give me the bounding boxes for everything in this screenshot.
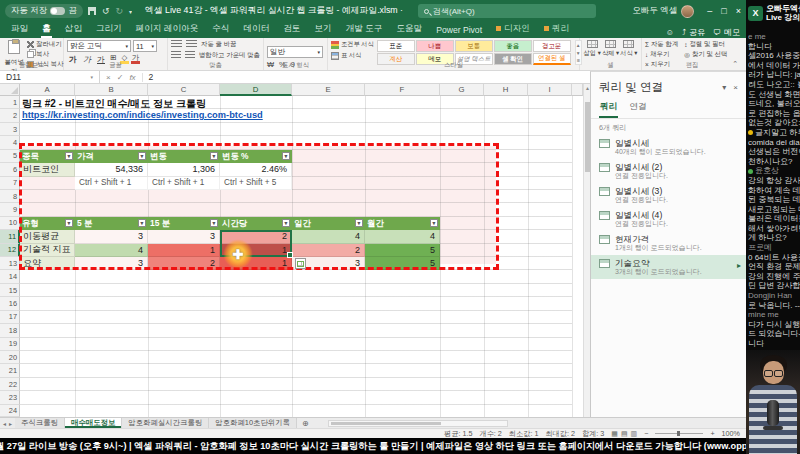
number-format-select[interactable]: 일반▾ xyxy=(267,46,323,58)
table1-header-3[interactable]: 변동 %▾ xyxy=(220,150,292,163)
sheet-tab-1[interactable]: 매수매도정보 xyxy=(65,418,122,428)
autosave-toggle[interactable]: 자동 저장 끔 xyxy=(5,4,83,18)
ribbon-tab-10[interactable]: 도움말 xyxy=(389,21,429,38)
query-item-5[interactable]: 기술요약3개의 행이 로드되었습니다.▸ xyxy=(591,255,746,279)
format-as-table-button[interactable]: 표 서식 xyxy=(331,51,374,60)
table2-header-0[interactable]: 유형▾ xyxy=(20,217,75,230)
row-header-10[interactable]: 10 xyxy=(0,217,20,230)
zoom-out-icon[interactable]: − xyxy=(644,429,648,438)
save-icon[interactable] xyxy=(88,7,96,15)
row-header-15[interactable]: 15 xyxy=(0,284,20,297)
horizontal-scroll-thumb[interactable] xyxy=(331,422,441,425)
row-header-1[interactable]: 1 xyxy=(0,96,20,109)
column-header-D[interactable]: D xyxy=(220,84,292,96)
editing-item-4[interactable]: ◎찾기 및 선택 xyxy=(684,50,727,59)
sheet-tab-2[interactable]: 암호화폐실시간크롤링 xyxy=(122,418,209,428)
column-header-C[interactable]: C xyxy=(148,84,220,96)
filter-icon[interactable]: ▾ xyxy=(65,219,73,227)
chat-feed[interactable]: e me합니다셀2016 사용중인데에서 데이터 가져오는데러가 납니다: ja… xyxy=(746,32,800,350)
filter-icon[interactable]: ▾ xyxy=(282,152,290,160)
table2-header-5[interactable]: 월간▾ xyxy=(365,217,440,230)
zoom-in-icon[interactable]: + xyxy=(710,429,714,438)
zoom-level[interactable]: 100% xyxy=(722,429,740,438)
table2-cell-2-1[interactable]: 2 xyxy=(148,257,220,270)
font-name-select[interactable]: 맑은 고딕▾ xyxy=(67,40,131,52)
table2-cell-2-0[interactable]: 3 xyxy=(75,257,148,270)
fx-icon[interactable]: fx xyxy=(129,73,135,82)
sheet-tab-3[interactable]: 암호화폐10초단위기록 xyxy=(209,418,297,428)
row-header-5[interactable]: 5 xyxy=(0,150,20,163)
table2-cell-2-4[interactable]: 5 xyxy=(365,257,440,270)
table2-cell-0-1[interactable]: 3 xyxy=(148,230,220,243)
table2-row-label-1[interactable]: 기술적 지표 xyxy=(20,244,75,257)
column-header-F[interactable]: F xyxy=(365,84,440,96)
editing-item-3[interactable]: ↕정렬 및 필터 xyxy=(684,40,727,49)
row-header-12[interactable]: 12 xyxy=(0,244,20,257)
row-header-13[interactable]: 13 xyxy=(0,257,20,270)
row-header-14[interactable]: 14 xyxy=(0,270,20,283)
page-layout-icon[interactable]: ▤ xyxy=(621,430,628,438)
column-header-H[interactable]: H xyxy=(484,84,528,96)
normal-view-icon[interactable]: ▦ xyxy=(611,430,618,438)
ribbon-tab-2[interactable]: 삽입 xyxy=(58,21,89,38)
table2-cell-0-4[interactable]: 4 xyxy=(365,230,440,243)
table2-cell-1-1[interactable]: 1 xyxy=(148,244,220,257)
query-item-2[interactable]: 일별시세 (3)연결 전용입니다. xyxy=(591,183,746,207)
table2-header-2[interactable]: 15 분▾ xyxy=(148,217,220,230)
table2-cell-0-3[interactable]: 4 xyxy=(292,230,365,243)
row-header-4[interactable]: 4 xyxy=(0,136,20,149)
select-all-corner[interactable] xyxy=(0,84,20,96)
zoom-knob[interactable] xyxy=(677,431,680,436)
column-header-G[interactable]: G xyxy=(440,84,484,96)
column-header-B[interactable]: B xyxy=(75,84,148,96)
ribbon-tab-0[interactable]: 파일 xyxy=(4,21,35,38)
row-header-8[interactable]: 8 xyxy=(0,190,20,203)
ribbon-tab-9[interactable]: 개발 도구 xyxy=(339,21,390,38)
editing-item-1[interactable]: ↓채우기 xyxy=(645,50,678,59)
horizontal-scrollbar[interactable] xyxy=(328,420,508,427)
ribbon-tab-5[interactable]: 수식 xyxy=(205,21,236,38)
table1-cell-3[interactable]: 2.46% xyxy=(220,163,292,176)
namebox-dropdown-icon[interactable]: ▾ xyxy=(90,74,93,80)
row-header-23[interactable]: 23 xyxy=(0,391,20,404)
cell-a2-hyperlink[interactable]: https://kr.investing.com/indices/investi… xyxy=(22,110,263,120)
row-header-21[interactable]: 21 xyxy=(0,364,20,377)
column-header-E[interactable]: E xyxy=(292,84,365,96)
align-center-icon[interactable] xyxy=(185,51,195,60)
ribbon-tab-3[interactable]: 그리기 xyxy=(89,21,129,38)
panel-dropdown-icon[interactable]: ▾ xyxy=(722,83,726,92)
wrap-text-button[interactable]: 자동 줄 바꿈 xyxy=(201,40,237,49)
query-item-4[interactable]: 현재가격1개의 행이 로드되었습니다. xyxy=(591,231,746,255)
table1-header-1[interactable]: 가격▾ xyxy=(75,150,148,163)
filter-icon[interactable]: ▾ xyxy=(138,219,146,227)
row-header-22[interactable]: 22 xyxy=(0,378,20,391)
style-chip-4[interactable]: 경고문 xyxy=(533,40,571,52)
row-header-3[interactable]: 3 xyxy=(0,123,20,136)
clipboard-item-1[interactable]: 복사 xyxy=(27,50,60,59)
table2-cell-1-3[interactable]: 2 xyxy=(292,244,365,257)
account-menu[interactable]: 오빠두 엑셀 xyxy=(632,5,694,18)
row-header-16[interactable]: 16 xyxy=(0,297,20,310)
column-header-A[interactable]: A xyxy=(20,84,75,96)
query-item-0[interactable]: 일별시세40개의 행이 로드되었습니다. xyxy=(591,135,746,159)
cell-a1[interactable]: 링크 #2 - 비트코인 매수/매도 정보 크롤링 xyxy=(22,97,206,111)
grid[interactable]: 링크 #2 - 비트코인 매수/매도 정보 크롤링 https://kr.inv… xyxy=(0,84,583,417)
filter-icon[interactable]: ▾ xyxy=(430,219,438,227)
collapse-ribbon-icon[interactable]: ⌃ xyxy=(732,60,738,68)
ribbon-tab-13[interactable]: 쿼리 xyxy=(537,21,576,38)
row-header-17[interactable]: 17 xyxy=(0,311,20,324)
redo-icon[interactable]: ↻ xyxy=(115,6,123,16)
row-header-2[interactable]: 2 xyxy=(0,109,20,122)
align-left-icon[interactable] xyxy=(171,51,181,60)
comments-button[interactable]: 🗩 메모 xyxy=(713,27,740,38)
style-chip-2[interactable]: 보통 xyxy=(455,40,493,52)
row-header-20[interactable]: 20 xyxy=(0,351,20,364)
filter-icon[interactable]: ▾ xyxy=(210,152,218,160)
close-button[interactable]: × xyxy=(736,6,741,16)
align-middle-icon[interactable] xyxy=(186,40,197,49)
clipboard-item-0[interactable]: 잘라내기 xyxy=(27,40,60,49)
zoom-slider[interactable] xyxy=(655,433,703,434)
style-chip-1[interactable]: 나쁨 xyxy=(416,40,454,52)
sheet-prev-icon[interactable]: ◂ xyxy=(3,420,6,427)
queries-tab-1[interactable]: 연결 xyxy=(628,99,647,118)
